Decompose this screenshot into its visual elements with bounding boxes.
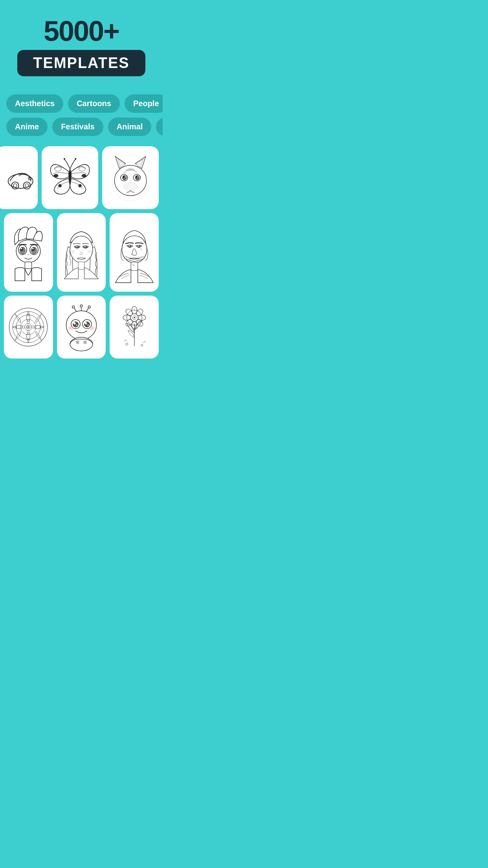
svg-point-104 xyxy=(141,344,143,346)
category-festivals[interactable]: Festivals xyxy=(52,118,103,136)
svg-point-13 xyxy=(59,184,62,187)
svg-point-75 xyxy=(88,306,90,308)
svg-point-55 xyxy=(129,245,130,246)
templates-row-2 xyxy=(4,211,159,294)
svg-point-46 xyxy=(128,258,129,259)
svg-point-36 xyxy=(70,236,93,263)
template-card-butterfly[interactable] xyxy=(42,146,98,209)
templates-row-3 xyxy=(4,294,159,359)
category-animal[interactable]: Animal xyxy=(108,118,152,136)
svg-point-14 xyxy=(79,184,82,187)
category-aesthetics[interactable]: Aesthetics xyxy=(6,94,63,113)
categories-row-2: Anime Festivals Animal Fun Mehndi xyxy=(0,115,163,138)
templates-row-1 xyxy=(4,142,159,211)
svg-point-80 xyxy=(73,322,76,325)
svg-point-66 xyxy=(28,338,29,340)
svg-point-20 xyxy=(135,176,139,180)
svg-point-21 xyxy=(123,176,125,178)
svg-point-45 xyxy=(126,257,127,258)
svg-point-83 xyxy=(88,325,89,326)
svg-point-65 xyxy=(28,314,29,316)
svg-point-8 xyxy=(75,158,76,160)
category-anime[interactable]: Anime xyxy=(6,118,48,136)
svg-point-102 xyxy=(134,317,135,318)
svg-point-68 xyxy=(40,326,41,328)
category-cartoons[interactable]: Cartoons xyxy=(68,94,120,113)
template-card-anime[interactable] xyxy=(4,213,53,292)
template-card-car[interactable] xyxy=(0,146,38,209)
svg-point-81 xyxy=(85,322,87,325)
svg-point-84 xyxy=(68,326,73,330)
svg-point-12 xyxy=(82,174,86,177)
svg-rect-43 xyxy=(78,262,84,269)
templates-badge: TEMPLATES xyxy=(17,50,145,76)
template-card-man[interactable] xyxy=(110,213,159,292)
template-card-girl[interactable] xyxy=(57,213,106,292)
template-card-mandala[interactable] xyxy=(4,296,53,359)
svg-point-34 xyxy=(32,248,34,250)
svg-point-71 xyxy=(80,305,83,307)
count-text: 5000+ xyxy=(8,16,155,47)
category-fun[interactable]: Fun xyxy=(156,118,163,136)
svg-point-88 xyxy=(77,342,78,343)
svg-point-7 xyxy=(64,158,65,160)
template-card-cute-character[interactable] xyxy=(57,296,106,359)
svg-point-41 xyxy=(71,250,75,253)
svg-rect-57 xyxy=(131,262,138,270)
svg-point-4 xyxy=(25,184,29,188)
header-section: 5000+ TEMPLATES xyxy=(0,0,163,84)
svg-point-73 xyxy=(72,306,75,308)
svg-point-67 xyxy=(16,326,17,328)
svg-point-23 xyxy=(125,177,126,177)
svg-point-33 xyxy=(21,248,22,250)
categories-section: Aesthetics Cartoons People Trending Cars… xyxy=(0,84,163,142)
svg-point-90 xyxy=(84,342,86,343)
svg-point-50 xyxy=(139,258,140,259)
svg-point-38 xyxy=(76,246,77,247)
svg-point-22 xyxy=(136,176,137,178)
template-card-floral[interactable] xyxy=(110,296,159,359)
svg-point-103 xyxy=(125,343,128,346)
svg-point-25 xyxy=(123,182,138,190)
svg-point-69 xyxy=(66,311,96,340)
template-card-wolf[interactable] xyxy=(102,146,159,209)
svg-point-2 xyxy=(13,184,17,188)
svg-point-19 xyxy=(123,176,127,180)
svg-point-85 xyxy=(89,326,94,330)
svg-point-40 xyxy=(84,246,86,247)
category-people[interactable]: People xyxy=(125,94,163,113)
svg-point-56 xyxy=(138,245,139,246)
svg-point-48 xyxy=(125,259,126,260)
svg-point-49 xyxy=(141,257,142,258)
svg-point-82 xyxy=(76,325,77,326)
categories-row-1: Aesthetics Cartoons People Trending Cars xyxy=(0,92,163,115)
svg-point-42 xyxy=(87,250,92,253)
svg-point-11 xyxy=(53,174,58,177)
svg-point-24 xyxy=(138,177,138,177)
svg-point-64 xyxy=(28,326,29,328)
svg-rect-35 xyxy=(25,262,32,268)
svg-point-3 xyxy=(23,182,30,189)
svg-point-52 xyxy=(143,259,143,260)
